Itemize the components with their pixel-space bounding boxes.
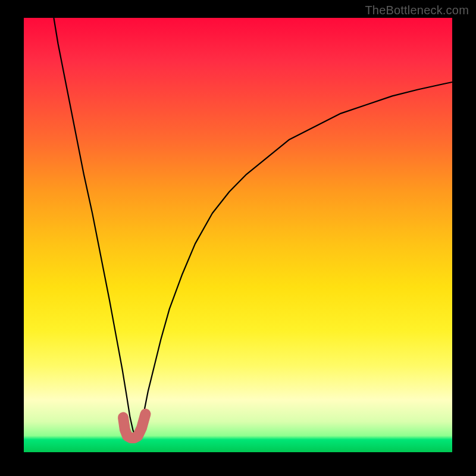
marker-u-stroke (123, 414, 146, 438)
watermark-label: TheBottleneck.com (365, 4, 469, 17)
bottleneck-curve-path (54, 18, 452, 435)
chart-curve (54, 18, 452, 435)
chart-marker (123, 414, 146, 438)
chart-svg (24, 18, 452, 452)
chart-frame: TheBottleneck.com (0, 0, 476, 476)
